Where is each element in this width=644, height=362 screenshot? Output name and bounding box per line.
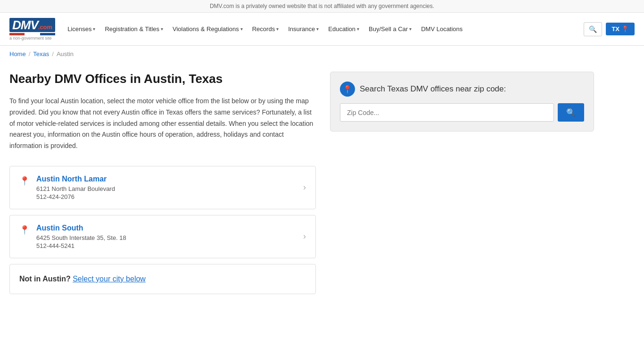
logo-dotcom: .com — [38, 24, 52, 30]
nav-records[interactable]: Records ▾ — [248, 22, 283, 36]
office-card-left-2: 📍 Austin South 6425 South Interstate 35,… — [19, 224, 126, 249]
zip-search-box: 📍 Search Texas DMV offices near zip code… — [330, 72, 594, 132]
location-blue-icon: 📍 — [340, 82, 355, 97]
chevron-right-icon-1: › — [303, 182, 306, 192]
office-address-2: 6425 South Interstate 35, Ste. 18 — [36, 234, 126, 241]
office-info-1: Austin North Lamar 6121 North Lamar Boul… — [36, 175, 115, 200]
search-icon: 🔍 — [589, 25, 597, 33]
header: DMV .com a non-government site Licenses … — [0, 13, 644, 46]
state-label: TX — [611, 25, 619, 33]
city-section: Not in Austin? Select your city below — [9, 264, 316, 294]
chevron-right-icon-2: › — [303, 231, 306, 241]
zip-input-row: 🔍 — [340, 103, 584, 122]
header-search-button[interactable]: 🔍 — [584, 22, 602, 36]
location-pin-icon: 📍 — [621, 25, 629, 33]
nav-violations[interactable]: Violations & Regulations ▾ — [168, 22, 248, 36]
office-name-north-lamar[interactable]: Austin North Lamar — [36, 175, 115, 183]
nav-insurance[interactable]: Insurance ▾ — [283, 22, 323, 36]
office-card-north-lamar[interactable]: 📍 Austin North Lamar 6121 North Lamar Bo… — [9, 166, 316, 209]
office-phone-2: 512-444-5241 — [36, 242, 126, 249]
nav-buysell-arrow: ▾ — [409, 26, 412, 32]
top-banner-text: DMV.com is a privately owned website tha… — [210, 3, 434, 9]
nav-buysell[interactable]: Buy/Sell a Car ▾ — [364, 22, 416, 36]
breadcrumb-sep-1: / — [29, 50, 31, 58]
nav-licenses[interactable]: Licenses ▾ — [63, 22, 100, 36]
top-banner: DMV.com is a privately owned website tha… — [0, 0, 644, 13]
zip-search-title: Search Texas DMV offices near zip code: — [360, 84, 506, 94]
logo[interactable]: DMV .com a non-government site — [9, 18, 55, 41]
nav-education-arrow: ▾ — [357, 26, 359, 32]
zip-search-icon: 🔍 — [566, 108, 576, 116]
map-pin-icon-2: 📍 — [19, 225, 30, 235]
select-city-link[interactable]: Select your city below — [73, 275, 146, 283]
nav-records-arrow: ▾ — [276, 26, 279, 32]
office-address-1: 6121 North Lamar Boulevard — [36, 185, 115, 192]
office-info-2: Austin South 6425 South Interstate 35, S… — [36, 224, 126, 249]
breadcrumb: Home / Texas / Austin — [0, 46, 644, 62]
content-wrapper: Nearby DMV Offices in Austin, Texas To f… — [0, 62, 603, 304]
breadcrumb-austin: Austin — [57, 50, 74, 58]
zip-search-header: 📍 Search Texas DMV offices near zip code… — [340, 82, 584, 97]
page-title: Nearby DMV Offices in Austin, Texas — [9, 72, 316, 86]
main-content: Nearby DMV Offices in Austin, Texas To f… — [9, 72, 316, 294]
map-pin-icon-1: 📍 — [19, 176, 30, 186]
nav-dmv-locations[interactable]: DMV Locations — [416, 22, 467, 36]
zip-code-input[interactable] — [340, 103, 554, 122]
state-selector-button[interactable]: TX 📍 — [606, 23, 635, 35]
breadcrumb-home[interactable]: Home — [9, 50, 26, 58]
logo-tagline: a non-government site — [9, 36, 52, 41]
nav-registration-arrow: ▾ — [161, 26, 163, 32]
breadcrumb-sep-2: / — [52, 50, 54, 58]
breadcrumb-texas[interactable]: Texas — [33, 50, 49, 58]
zip-search-submit-button[interactable]: 🔍 — [558, 103, 584, 122]
office-card-south[interactable]: 📍 Austin South 6425 South Interstate 35,… — [9, 215, 316, 258]
city-section-not-austin: Not in Austin? — [19, 275, 71, 283]
logo-flag — [9, 33, 55, 35]
sidebar: 📍 Search Texas DMV offices near zip code… — [330, 72, 594, 294]
office-name-south[interactable]: Austin South — [36, 224, 126, 232]
nav-licenses-arrow: ▾ — [93, 26, 95, 32]
nav-education[interactable]: Education ▾ — [323, 22, 364, 36]
office-phone-1: 512-424-2076 — [36, 193, 115, 200]
main-nav: Licenses ▾ Registration & Titles ▾ Viola… — [63, 22, 584, 36]
logo-letters: DMV — [12, 19, 38, 31]
city-section-title: Not in Austin? Select your city below — [19, 275, 306, 283]
nav-insurance-arrow: ▾ — [316, 26, 319, 32]
intro-text: To find your local Austin location, sele… — [9, 96, 316, 152]
nav-registration[interactable]: Registration & Titles ▾ — [100, 22, 168, 36]
nav-right: 🔍 TX 📍 — [584, 22, 635, 36]
nav-violations-arrow: ▾ — [240, 26, 243, 32]
office-card-left: 📍 Austin North Lamar 6121 North Lamar Bo… — [19, 175, 115, 200]
